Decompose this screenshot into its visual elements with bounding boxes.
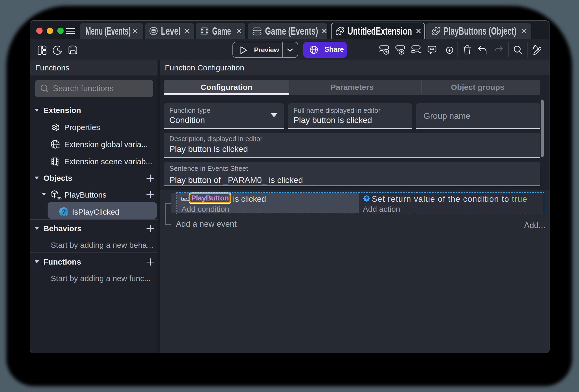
- svg-text:?: ?: [62, 208, 66, 216]
- svg-text:G: G: [365, 197, 367, 200]
- svg-text:2D: 2D: [57, 197, 62, 200]
